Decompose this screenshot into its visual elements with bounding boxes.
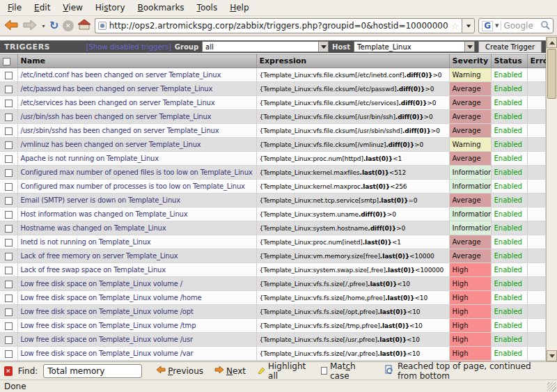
scroll-up-button[interactable] — [547, 37, 557, 48]
expression-item-link[interactable]: {Template_Linux:vfs.file.cksum[/etc/inet… — [260, 72, 405, 79]
menu-history[interactable]: History — [89, 1, 132, 15]
row-checkbox[interactable] — [5, 197, 13, 205]
row-checkbox[interactable] — [5, 267, 13, 274]
trigger-name-link[interactable]: Hostname was changed on Template_Linux — [21, 224, 166, 232]
expression-item-link[interactable]: {Template_Linux:system.hostname — [260, 225, 368, 232]
trigger-name-link[interactable]: Low free disk space on Template_Linux vo… — [21, 350, 194, 357]
reload-button[interactable]: ↻ — [49, 18, 59, 33]
trigger-name-link[interactable]: Configured max number of processes is to… — [21, 182, 245, 190]
trigger-name-link[interactable]: Low free disk space on Template_Linux vo… — [21, 308, 194, 315]
forward-button[interactable] — [22, 18, 38, 33]
scrollbar-thumb[interactable] — [547, 49, 556, 99]
column-header-name[interactable]: Name — [17, 54, 256, 68]
row-checkbox[interactable] — [5, 127, 13, 135]
trigger-name-link[interactable]: Host information was changed on Template… — [21, 210, 188, 218]
status-link[interactable]: Enabled — [494, 196, 522, 204]
home-button[interactable] — [77, 18, 91, 33]
resize-grip[interactable] — [547, 382, 556, 391]
row-checkbox[interactable] — [5, 322, 13, 330]
match-case-control[interactable]: Match case — [321, 361, 369, 381]
status-link[interactable]: Enabled — [494, 322, 522, 329]
expression-item-link[interactable]: {Template_Linux:vfs.fs.size[/usr,pfree] — [260, 336, 377, 343]
trigger-name-link[interactable]: Low free disk space on Template_Linux vo… — [21, 294, 202, 301]
column-header-error[interactable]: Error — [527, 54, 546, 68]
status-link[interactable]: Enabled — [494, 71, 522, 79]
expression-item-link[interactable]: {Template_Linux:system.swap.size[,free] — [260, 267, 386, 274]
expression-item-link[interactable]: {Template_Linux:vfs.fs.size[/tmp,pfree] — [260, 322, 380, 329]
search-magnifier-icon[interactable] — [540, 20, 550, 32]
find-close-button[interactable]: ✕ — [4, 366, 13, 376]
create-trigger-button[interactable]: Create Trigger — [478, 41, 542, 53]
back-button[interactable] — [3, 18, 19, 33]
status-link[interactable]: Enabled — [494, 155, 522, 162]
column-header-status[interactable]: Status — [491, 54, 527, 68]
trigger-name-link[interactable]: /etc/services has been changed on server… — [21, 99, 215, 107]
status-link[interactable]: Enabled — [494, 238, 522, 246]
trigger-name-link[interactable]: /usr/bin/ssh has been changed on server … — [21, 113, 212, 120]
scroll-down-button[interactable] — [547, 350, 557, 361]
row-checkbox[interactable] — [5, 100, 13, 107]
trigger-name-link[interactable]: Low free disk space on Template_Linux vo… — [21, 280, 182, 288]
menu-bookmarks[interactable]: Bookmarks — [132, 1, 191, 15]
row-checkbox[interactable] — [5, 239, 13, 246]
status-link[interactable]: Enabled — [494, 350, 522, 357]
find-next-button[interactable]: Next — [212, 364, 249, 377]
find-previous-button[interactable]: Previous — [153, 364, 206, 377]
status-link[interactable]: Enabled — [494, 252, 522, 260]
trigger-name-link[interactable]: /usr/sbin/sshd has been changed on serve… — [21, 127, 219, 134]
url-input[interactable]: http://ops2.artromickspg.corp/zabbix/tri… — [95, 18, 462, 33]
status-link[interactable]: Enabled — [494, 182, 522, 190]
history-dropdown-button[interactable]: ▾ — [41, 18, 46, 33]
select-all-checkbox[interactable] — [3, 58, 10, 65]
status-link[interactable]: Enabled — [494, 127, 522, 134]
status-link[interactable]: Enabled — [494, 294, 522, 301]
expression-item-link[interactable]: {Template_Linux:proc.num[httpd] — [260, 155, 363, 162]
host-select[interactable]: Template_Linux — [354, 41, 475, 52]
expression-item-link[interactable]: {Template_Linux:vfs.file.cksum[/usr/sbin… — [260, 127, 403, 134]
row-checkbox[interactable] — [5, 281, 13, 288]
row-checkbox[interactable] — [5, 86, 13, 93]
expression-item-link[interactable]: {Template_Linux:net.tcp.service[smtp] — [260, 197, 379, 204]
trigger-name-link[interactable]: Low free disk space on Template_Linux vo… — [21, 336, 193, 343]
row-checkbox[interactable] — [5, 72, 13, 79]
trigger-name-link[interactable]: Low free disk space on Template_Linux vo… — [21, 322, 196, 329]
trigger-name-link[interactable]: /vmlinuz has been changed on server Temp… — [21, 141, 201, 148]
menu-help[interactable]: Help — [223, 1, 255, 15]
expression-item-link[interactable]: {Template_Linux:vfs.file.cksum[/etc/pass… — [260, 86, 397, 93]
trigger-name-link[interactable]: Inetd is not running on Template_Linux — [21, 238, 151, 246]
expression-item-link[interactable]: {Template_Linux:kernel.maxproc — [260, 183, 361, 190]
row-checkbox[interactable] — [5, 336, 13, 344]
trigger-name-link[interactable]: Lack of free swap space on Template_Linu… — [21, 266, 166, 274]
search-engine-dropdown-icon[interactable]: ▼ — [495, 23, 499, 29]
status-link[interactable]: Enabled — [494, 141, 522, 148]
show-disabled-triggers-link[interactable]: [Show disabled triggers] — [86, 43, 171, 51]
row-checkbox[interactable] — [5, 183, 13, 191]
expression-item-link[interactable]: {Template_Linux:vfs.fs.size[/home,pfree] — [260, 295, 386, 301]
expression-item-link[interactable]: {Template_Linux:system.uname — [260, 211, 359, 218]
expression-item-link[interactable]: {Template_Linux:vfs.file.cksum[/vmlinuz] — [260, 141, 386, 148]
url-dropdown-button[interactable] — [462, 18, 475, 33]
status-link[interactable]: Enabled — [494, 99, 522, 107]
status-link[interactable]: Enabled — [494, 336, 522, 343]
status-link[interactable]: Enabled — [494, 85, 522, 93]
row-checkbox[interactable] — [5, 113, 13, 121]
trigger-name-link[interactable]: Lack of free memory on server Template_L… — [21, 252, 178, 260]
row-checkbox[interactable] — [5, 169, 13, 177]
group-select[interactable]: all — [202, 41, 329, 52]
expression-item-link[interactable]: {Template_Linux:vfs.fs.size[/opt,pfree] — [260, 308, 378, 315]
status-link[interactable]: Enabled — [494, 280, 522, 288]
expression-item-link[interactable]: {Template_Linux:vfs.fs.size[/var,pfree] — [260, 350, 378, 357]
row-checkbox[interactable] — [5, 350, 13, 358]
status-link[interactable]: Enabled — [494, 210, 522, 218]
vertical-scrollbar[interactable] — [546, 37, 557, 361]
row-checkbox[interactable] — [5, 211, 13, 219]
trigger-name-link[interactable]: Email (SMTP) server is down on Template_… — [21, 196, 180, 204]
expression-item-link[interactable]: {Template_Linux:vfs.file.cksum[/etc/serv… — [260, 100, 399, 107]
trigger-name-link[interactable]: /etc/passwd has been changed on server T… — [21, 85, 213, 93]
expression-item-link[interactable]: {Template_Linux:proc.num[inetd] — [260, 239, 363, 246]
menu-view[interactable]: View — [56, 1, 88, 15]
highlight-all-button[interactable]: Highlight all — [254, 360, 311, 382]
match-case-checkbox[interactable] — [321, 367, 327, 375]
column-header-expression[interactable]: Expression — [256, 54, 449, 68]
status-link[interactable]: Enabled — [494, 224, 522, 232]
